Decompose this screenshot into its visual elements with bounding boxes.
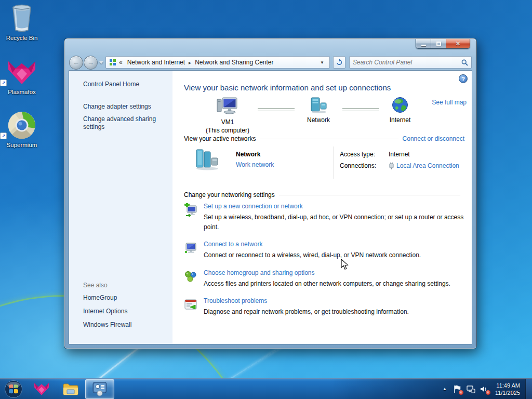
show-hidden-icons-button[interactable]: ▲ (439, 387, 450, 391)
access-type-value: Internet (389, 151, 410, 158)
taskbar-button-control-panel[interactable] (85, 379, 114, 399)
network-tray-icon[interactable] (466, 384, 475, 394)
sidebar-item-internet-options[interactable]: Internet Options (83, 308, 167, 315)
clock[interactable]: 11:49 AM 11/1/2025 (495, 382, 520, 396)
minimize-icon (421, 45, 426, 46)
caption-buttons: ✕ (416, 39, 470, 49)
work-network-link[interactable]: Work network (236, 161, 274, 168)
active-network-name: Network (236, 151, 274, 158)
close-icon: ✕ (455, 41, 460, 47)
network-location-icon (109, 59, 116, 66)
refresh-button[interactable] (333, 56, 345, 69)
search-box[interactable] (349, 56, 472, 69)
divider (260, 139, 398, 139)
plasmafox-taskbar-icon (34, 382, 49, 396)
setting-item-homegroup: Choose homegroup and sharing options Acc… (184, 269, 467, 289)
map-internet-label: Internet (390, 116, 411, 125)
tray-time: 11:49 AM (495, 382, 520, 389)
ethernet-connection-icon (389, 162, 394, 169)
desktop-icon-supermium[interactable]: ↗ Supermium (0, 110, 44, 148)
recent-pages-dropdown[interactable] (99, 61, 103, 64)
setup-new-connection-link[interactable]: Set up a new connection or network (204, 203, 466, 210)
forward-icon: → (87, 59, 94, 66)
access-type-label: Access type: (340, 151, 389, 158)
tray-date: 11/1/2025 (495, 389, 520, 396)
breadcrumb-overflow-chevrons[interactable]: « (119, 59, 123, 66)
desktop-icon-label: Plasmafox (0, 89, 44, 95)
minimize-button[interactable] (416, 39, 431, 48)
taskbar-button-plasmafox[interactable] (27, 379, 56, 399)
action-center-alert-badge: ✕ (459, 390, 463, 395)
back-button[interactable]: ← (69, 56, 83, 70)
breadcrumb-network-sharing-center[interactable]: Network and Sharing Center (194, 59, 274, 66)
folder-icon (63, 382, 78, 396)
volume-icon[interactable]: ✕ (480, 384, 489, 394)
sidebar-item-change-advanced-sharing[interactable]: Change advanced sharing settings (83, 115, 167, 131)
networking-settings-header: Change your networking settings (184, 191, 464, 198)
troubleshoot-problems-link[interactable]: Troubleshoot problems (204, 297, 409, 304)
internet-globe-icon (392, 97, 408, 113)
desktop-icon-recycle-bin[interactable]: Recycle Bin (0, 3, 44, 41)
choose-homegroup-link[interactable]: Choose homegroup and sharing options (204, 269, 450, 276)
show-desktop-button[interactable] (525, 379, 532, 399)
maximize-button[interactable] (431, 39, 446, 48)
connect-or-disconnect-link[interactable]: Connect or disconnect (403, 135, 464, 142)
taskbar-button-explorer[interactable] (56, 379, 85, 399)
breadcrumb-network-and-internet[interactable]: Network and Internet (126, 59, 186, 66)
shortcut-arrow-icon: ↗ (0, 132, 7, 139)
breadcrumb-separator-icon: ▸ (186, 60, 194, 65)
network-icon (309, 97, 328, 113)
active-networks-header: View your active networks Connect or dis… (184, 135, 464, 142)
connect-to-network-icon (184, 241, 197, 255)
windows-start-orb-icon (4, 380, 23, 398)
forward-button[interactable]: → (84, 56, 98, 70)
local-area-connection-link[interactable]: Local Area Connection (396, 162, 459, 169)
close-button[interactable]: ✕ (446, 39, 470, 48)
network-map: VM1 (This computer) (197, 97, 421, 135)
see-full-map-link[interactable]: See full map (432, 99, 467, 106)
sidebar-item-change-adapter-settings[interactable]: Change adapter settings (83, 103, 167, 111)
work-network-icon[interactable] (194, 148, 220, 172)
action-center-icon[interactable]: ✕ (453, 384, 462, 394)
sidebar-item-windows-firewall[interactable]: Windows Firewall (83, 321, 167, 329)
networking-settings-label: Change your networking settings (184, 191, 275, 198)
map-node-internet[interactable]: Internet (379, 97, 421, 125)
map-node-network[interactable]: Network (295, 97, 342, 125)
see-also-label: See also (83, 282, 167, 289)
desktop-icon-plasmafox[interactable]: ↗ Plasmafox (0, 57, 44, 95)
connections-label: Connections: (340, 162, 389, 169)
help-icon: ? (461, 76, 465, 82)
connect-to-network-link[interactable]: Connect to a network (204, 241, 421, 248)
network-sharing-center-window: ✕ ← → « Network and Internet ▸ Network a… (64, 38, 477, 349)
back-icon: ← (73, 59, 79, 66)
supermium-icon: ↗ (0, 110, 44, 139)
map-network-label: Network (307, 116, 330, 125)
sidebar-item-homegroup[interactable]: HomeGroup (83, 294, 167, 302)
setting-item-new-connection: Set up a new connection or network Set u… (184, 203, 467, 232)
map-node-computer[interactable]: VM1 (This computer) (197, 97, 258, 135)
divider (279, 195, 460, 195)
recycle-bin-icon (0, 3, 44, 32)
refresh-icon (336, 59, 343, 66)
setup-new-connection-desc: Set up a wireless, broadband, dial-up, a… (204, 212, 466, 232)
main-content: ? View your basic network information an… (172, 71, 472, 344)
desktop-icon-label: Recycle Bin (0, 35, 44, 41)
system-tray: ▲ ✕ ✕ (439, 379, 532, 399)
search-icon (461, 59, 468, 66)
page-title: View your basic network information and … (184, 83, 391, 92)
sidebar-item-control-panel-home[interactable]: Control Panel Home (83, 81, 167, 88)
search-input[interactable] (353, 59, 461, 66)
map-computer-subtitle: (This computer) (206, 127, 249, 135)
setting-item-connect-to-network: Connect to a network Connect or reconnec… (184, 241, 467, 260)
start-button[interactable] (0, 379, 27, 399)
setting-item-troubleshoot: Troubleshoot problems Diagnose and repai… (184, 297, 467, 317)
navigation-toolbar: ← → « Network and Internet ▸ Network and… (69, 55, 472, 70)
help-button[interactable]: ? (459, 74, 468, 83)
volume-muted-badge: ✕ (486, 390, 490, 395)
maximize-icon (436, 42, 441, 46)
wallpaper-streak (502, 0, 532, 131)
address-bar[interactable]: « Network and Internet ▸ Network and Sha… (105, 56, 330, 69)
address-dropdown-icon[interactable]: ▼ (317, 60, 327, 65)
shortcut-arrow-icon: ↗ (0, 79, 7, 86)
plasmafox-icon: ↗ (0, 57, 44, 86)
